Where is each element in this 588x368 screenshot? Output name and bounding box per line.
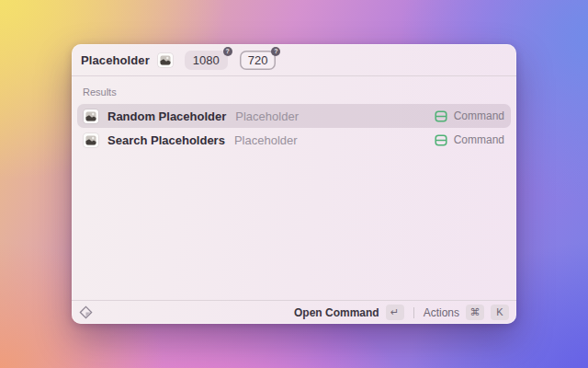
command-keycap: ⌘ bbox=[466, 305, 484, 320]
command-title: Placeholder bbox=[81, 53, 150, 67]
result-title: Search Placeholders bbox=[107, 133, 225, 147]
result-title: Random Placeholder bbox=[107, 109, 226, 123]
command-type-icon bbox=[435, 134, 447, 146]
result-subtitle: Placeholder bbox=[234, 133, 298, 147]
placeholder-image-icon bbox=[84, 133, 98, 147]
argument-height[interactable]: 720 ? bbox=[240, 52, 277, 68]
argument-height-value[interactable]: 720 bbox=[240, 51, 277, 70]
result-row-search-placeholders[interactable]: Search Placeholders Placeholder Command bbox=[77, 128, 511, 152]
extension-diamond-icon bbox=[79, 305, 93, 319]
action-bar: Open Command ↵ Actions ⌘ K bbox=[72, 300, 516, 324]
command-header: Placeholder 1080 ? 720 ? bbox=[72, 44, 516, 76]
result-accessory: Command bbox=[435, 133, 504, 146]
return-keycap: ↵ bbox=[386, 305, 404, 320]
placeholder-image-icon bbox=[158, 53, 173, 67]
launcher-window: Placeholder 1080 ? 720 ? Results bbox=[72, 44, 516, 324]
result-subtitle: Placeholder bbox=[235, 109, 299, 123]
result-type-label: Command bbox=[454, 109, 504, 122]
argument-required-badge: ? bbox=[271, 47, 280, 56]
primary-action-label[interactable]: Open Command bbox=[294, 306, 379, 319]
actions-menu-label[interactable]: Actions bbox=[424, 306, 459, 319]
placeholder-image-icon bbox=[84, 109, 98, 123]
result-accessory: Command bbox=[435, 109, 504, 122]
argument-width-value[interactable]: 1080 bbox=[185, 51, 228, 70]
result-type-label: Command bbox=[454, 133, 504, 146]
result-row-random-placeholder[interactable]: Random Placeholder Placeholder Command bbox=[77, 104, 511, 128]
k-keycap: K bbox=[491, 305, 509, 320]
footer-divider bbox=[413, 307, 414, 318]
results-section-label: Results bbox=[77, 82, 511, 104]
argument-width[interactable]: 1080 ? bbox=[185, 52, 228, 68]
command-type-icon bbox=[435, 110, 447, 122]
results-panel: Results Random Placeholder Placeholder C… bbox=[72, 76, 516, 300]
argument-required-badge: ? bbox=[223, 47, 232, 56]
